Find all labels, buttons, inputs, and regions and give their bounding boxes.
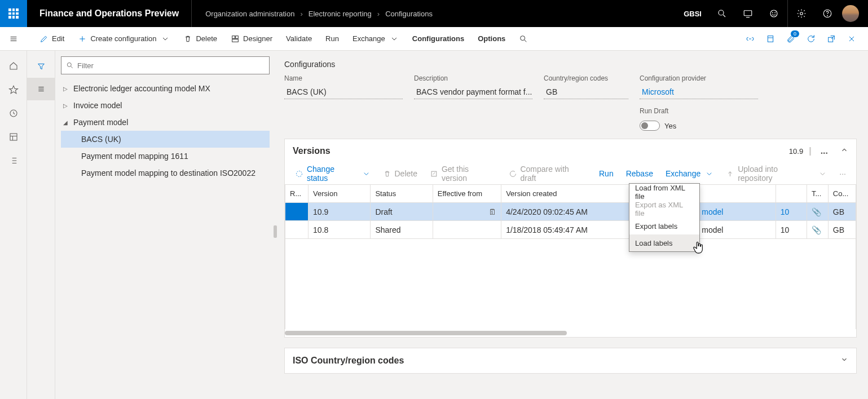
create-configuration-button[interactable]: Create configuration xyxy=(71,27,177,51)
get-version-button[interactable]: Get this version xyxy=(424,163,502,184)
tree-node[interactable]: Payment model mapping 1611 xyxy=(61,148,270,165)
close-icon[interactable] xyxy=(842,27,861,51)
collapse-icon[interactable]: ◢ xyxy=(63,119,69,126)
breadcrumb-item[interactable]: Organization administration xyxy=(205,10,294,18)
cell-created[interactable]: 1/18/2018 05:49:47 AM xyxy=(501,221,632,239)
feedback-icon[interactable] xyxy=(761,0,786,27)
workspaces-icon[interactable] xyxy=(0,125,27,149)
cell-status[interactable]: Shared xyxy=(371,221,433,239)
edit-button[interactable]: Edit xyxy=(33,27,71,51)
cell-effective[interactable] xyxy=(433,221,501,239)
attachments-icon[interactable]: 0 xyxy=(781,27,800,51)
refresh-icon[interactable] xyxy=(801,27,821,51)
recent-icon[interactable] xyxy=(0,101,27,125)
cell-attach[interactable]: 📎 xyxy=(807,221,828,239)
home-icon[interactable] xyxy=(0,54,27,78)
field-country-codes: Country/region codes GB xyxy=(544,74,628,131)
table-row[interactable]: 10.8 Shared 1/18/2018 05:49:47 AM KB4 Pa… xyxy=(285,221,856,239)
office-icon[interactable] xyxy=(761,27,780,51)
field-name-value[interactable]: BACS (UK) xyxy=(284,85,403,99)
delete-version-button[interactable]: Delete xyxy=(377,163,423,184)
tree-node[interactable]: ▷Electronic ledger accounting model MX xyxy=(61,80,270,97)
paperclip-icon[interactable]: 📎 xyxy=(812,207,821,216)
cell-status[interactable]: Draft xyxy=(371,203,433,221)
col-t[interactable]: T... xyxy=(807,185,828,203)
search-icon[interactable] xyxy=(710,0,734,27)
app-launcher[interactable] xyxy=(0,0,27,27)
col-basever[interactable] xyxy=(776,185,807,203)
paperclip-icon[interactable]: 📎 xyxy=(812,225,821,234)
tree-node[interactable]: Payment model mapping to destination ISO… xyxy=(61,165,270,181)
exchange-button[interactable]: Exchange xyxy=(346,27,406,51)
exchange-version-button[interactable]: Exchange xyxy=(660,163,719,184)
expand-icon[interactable]: ▷ xyxy=(63,86,69,92)
compare-button[interactable]: Compare with draft xyxy=(503,163,592,184)
modules-icon[interactable] xyxy=(0,149,27,172)
col-version[interactable]: Version xyxy=(309,185,371,203)
main-content: Configurations Name BACS (UK) Descriptio… xyxy=(275,51,868,399)
hamburger-icon[interactable] xyxy=(0,27,27,51)
toolbar-more[interactable]: ··· xyxy=(834,163,852,184)
company-picker[interactable]: GBSI xyxy=(677,0,708,27)
versions-more[interactable]: ... xyxy=(817,146,831,156)
run-button[interactable]: Run xyxy=(319,27,346,51)
field-description-value[interactable]: BACS vendor payment format f... xyxy=(414,85,532,99)
col-co[interactable]: Co... xyxy=(828,185,856,203)
popout-icon[interactable] xyxy=(822,27,841,51)
settings-icon[interactable] xyxy=(789,0,814,27)
cell-attach[interactable]: 📎 xyxy=(807,203,828,221)
col-effective[interactable]: Effective from xyxy=(433,185,501,203)
calendar-icon[interactable]: 🗓 xyxy=(488,207,496,216)
expand-icon[interactable]: ▷ xyxy=(63,103,69,109)
cell-version[interactable]: 10.9 xyxy=(309,203,371,221)
upload-repo-button[interactable]: Upload into repository xyxy=(720,163,832,184)
col-created[interactable]: Version created xyxy=(501,185,632,203)
cell-basever[interactable]: 10 xyxy=(776,203,807,221)
breadcrumb-item[interactable]: Configurations xyxy=(385,10,433,18)
col-r[interactable]: R... xyxy=(285,185,309,203)
tree-panel: ▷Electronic ledger accounting model MX ▷… xyxy=(27,51,275,399)
link-icon[interactable] xyxy=(741,27,760,51)
cell-effective[interactable]: 🗓 xyxy=(433,203,501,221)
table-row[interactable]: 10.9 Draft 🗓 4/24/2020 09:02:45 AM Payme… xyxy=(285,203,856,221)
options-button[interactable]: Options xyxy=(471,27,512,51)
cell-co[interactable]: GB xyxy=(828,203,856,221)
svg-line-1 xyxy=(723,15,725,17)
validate-button[interactable]: Validate xyxy=(279,27,319,51)
help-icon[interactable] xyxy=(815,0,840,27)
change-status-button[interactable]: Change status xyxy=(289,163,376,184)
run-version-button[interactable]: Run xyxy=(593,163,619,184)
col-status[interactable]: Status xyxy=(371,185,433,203)
field-provider-value[interactable]: Microsoft xyxy=(640,85,758,99)
find-button[interactable] xyxy=(512,27,535,51)
horizontal-scrollbar[interactable] xyxy=(285,329,856,337)
load-from-xml[interactable]: Load from XML file xyxy=(629,184,699,201)
screen-icon[interactable] xyxy=(735,0,760,27)
filter-funnel-icon[interactable] xyxy=(27,55,55,78)
avatar[interactable] xyxy=(842,5,859,22)
tree-node[interactable]: ▷Invoice model xyxy=(61,97,270,114)
list-icon[interactable] xyxy=(27,78,55,100)
collapse-icon[interactable] xyxy=(837,146,848,156)
load-labels[interactable]: Load labels xyxy=(629,234,699,251)
filter-input-wrap[interactable] xyxy=(61,56,270,74)
field-provider: Configuration provider Microsoft Run Dra… xyxy=(640,74,758,131)
cell-created[interactable]: 4/24/2020 09:02:45 AM xyxy=(501,203,632,221)
favorites-icon[interactable] xyxy=(0,78,27,101)
expand-icon[interactable] xyxy=(840,356,848,366)
run-draft-toggle[interactable] xyxy=(640,121,660,131)
tree-node-selected[interactable]: BACS (UK) xyxy=(61,131,270,148)
cell-version[interactable]: 10.8 xyxy=(309,221,371,239)
delete-button[interactable]: Delete xyxy=(177,27,224,51)
breadcrumb-item[interactable]: Electronic reporting xyxy=(309,10,372,18)
designer-button[interactable]: Designer xyxy=(224,27,279,51)
tree-node[interactable]: ◢Payment model xyxy=(61,114,270,131)
cell-co[interactable]: GB xyxy=(828,221,856,239)
filter-input[interactable] xyxy=(77,61,265,70)
rebase-button[interactable]: Rebase xyxy=(620,163,659,184)
cell-basever[interactable]: 10 xyxy=(776,221,807,239)
configurations-button[interactable]: Configurations xyxy=(406,27,471,51)
search-icon xyxy=(66,61,74,69)
export-labels[interactable]: Export labels xyxy=(629,218,699,234)
field-country-codes-value[interactable]: GB xyxy=(544,85,628,99)
